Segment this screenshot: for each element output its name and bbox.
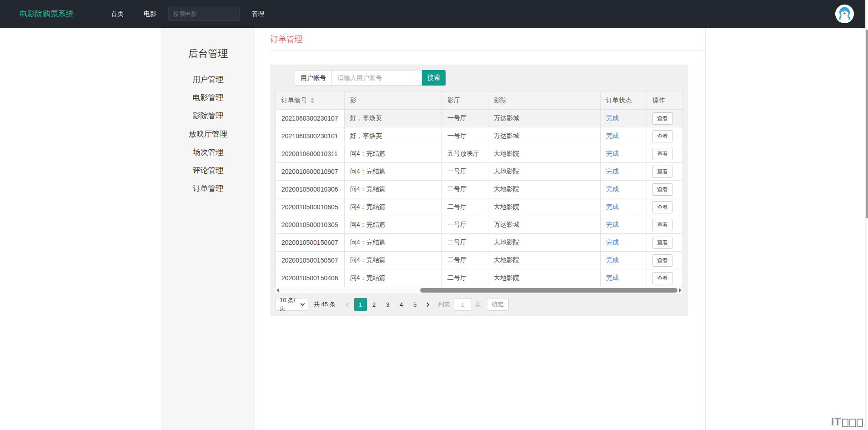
cell-order-id: 2020010500010306 — [276, 181, 345, 198]
cell-movie: 好，李焕英 — [345, 110, 442, 127]
cell-order-id: 2020010500150406 — [276, 269, 345, 287]
cell-cinema: 大地影院 — [488, 181, 601, 198]
account-search-input[interactable] — [332, 70, 422, 86]
table-row: 2020010500010605 问4：完结篇 二号厅 大地影院 完成 查看 — [276, 198, 683, 216]
cell-order-id: 2020010500150507 — [276, 252, 345, 269]
order-search-bar: 用户帐号 搜索 — [276, 70, 682, 86]
view-order-button[interactable]: 查看 — [652, 112, 672, 125]
sidebar-item-sessions[interactable]: 场次管理 — [161, 143, 255, 162]
cell-status: 完成 — [601, 145, 647, 163]
goto-page-input[interactable] — [454, 298, 472, 311]
cell-movie: 问4：完结篇 — [345, 269, 442, 287]
view-order-button[interactable]: 查看 — [652, 237, 672, 249]
search-button[interactable]: 搜索 — [422, 70, 446, 86]
cell-order-id: 2020010500010305 — [276, 216, 345, 234]
table-row: 2020010600010311 问4：完结篇 五号放映厅 大地影院 完成 查看 — [276, 145, 683, 163]
cell-movie: 问4：完结篇 — [345, 181, 442, 198]
avatar-cartoon-icon — [835, 5, 854, 23]
view-order-button[interactable]: 查看 — [652, 130, 672, 142]
cell-movie: 问4：完结篇 — [345, 198, 442, 216]
cell-hall: 二号厅 — [442, 181, 488, 198]
cell-cinema: 万达影城 — [488, 127, 601, 145]
cell-status: 完成 — [601, 216, 647, 234]
vertical-scrollbar-thumb[interactable] — [866, 30, 868, 218]
cell-status: 完成 — [601, 110, 647, 127]
cell-order-id: 2020010600010907 — [276, 163, 345, 181]
cell-status: 完成 — [601, 252, 647, 269]
cell-cinema: 万达影城 — [488, 216, 601, 234]
scroll-right-arrow-icon[interactable] — [679, 288, 682, 293]
sidebar-item-orders[interactable]: 订单管理 — [161, 180, 255, 198]
brand-logo[interactable]: 电影院购票系统 — [20, 9, 74, 19]
cell-hall: 二号厅 — [442, 252, 488, 269]
view-order-button[interactable]: 查看 — [652, 219, 672, 231]
table-row: 2020010500010305 问4：完结篇 一号厅 万达影城 完成 查看 — [276, 216, 683, 234]
page-title: 订单管理 — [270, 34, 705, 45]
cell-order-id: 2020010500010605 — [276, 198, 345, 216]
nav-item-movie[interactable]: 电影 — [144, 10, 156, 18]
page-number-1[interactable]: 1 — [354, 298, 367, 311]
table-row: 2021060300230107 好，李焕英 一号厅 万达影城 完成 查看 — [276, 110, 683, 127]
col-cinema: 影院 — [488, 91, 601, 110]
horizontal-scrollbar-thumb[interactable] — [420, 288, 677, 293]
chevron-left-icon — [346, 302, 351, 307]
page-number-4[interactable]: 4 — [395, 298, 408, 311]
page-number-2[interactable]: 2 — [368, 298, 381, 311]
scroll-left-arrow-icon[interactable] — [276, 288, 279, 293]
sidebar-item-users[interactable]: 用户管理 — [161, 71, 255, 89]
goto-page-unit: 页 — [476, 300, 482, 309]
view-order-button[interactable]: 查看 — [652, 183, 672, 196]
sidebar-item-movies[interactable]: 电影管理 — [161, 89, 255, 107]
view-order-button[interactable]: 查看 — [652, 166, 672, 178]
goto-confirm-button[interactable]: 确定 — [487, 298, 509, 311]
cell-order-id: 2020010500150607 — [276, 234, 345, 252]
cell-hall: 五号放映厅 — [442, 145, 488, 163]
page-number-3[interactable]: 3 — [381, 298, 394, 311]
horizontal-scrollbar[interactable] — [276, 287, 682, 293]
prev-page-button[interactable] — [343, 298, 354, 311]
cell-hall: 二号厅 — [442, 234, 488, 252]
page-number-5[interactable]: 5 — [409, 298, 421, 311]
cell-movie: 问4：完结篇 — [345, 252, 442, 269]
cell-status: 完成 — [601, 163, 647, 181]
col-status: 订单状态 — [601, 91, 647, 110]
cell-cinema: 万达影城 — [488, 110, 601, 127]
cell-movie: 问4：完结篇 — [345, 216, 442, 234]
cell-cinema: 大地影院 — [488, 234, 601, 252]
cell-movie: 好，李焕英 — [345, 127, 442, 145]
cell-status: 完成 — [601, 181, 647, 198]
sidebar-menu: 用户管理 电影管理 影院管理 放映厅管理 场次管理 评论管理 订单管理 — [161, 71, 255, 198]
page-size-select[interactable]: 10 条/页 — [276, 298, 308, 311]
cell-cinema: 大地影院 — [488, 198, 601, 216]
nav-item-manage[interactable]: 管理 — [251, 10, 264, 18]
vertical-scrollbar[interactable] — [865, 0, 868, 430]
pager: 1 2 3 4 5 — [343, 298, 433, 311]
cell-movie: 问4：完结篇 — [345, 145, 442, 163]
nav-item-home[interactable]: 首页 — [111, 10, 124, 18]
col-action: 操作 — [647, 91, 683, 110]
sidebar-item-comments[interactable]: 评论管理 — [161, 162, 255, 180]
view-order-button[interactable]: 查看 — [652, 148, 672, 160]
cell-status: 完成 — [601, 198, 647, 216]
orders-table: 订单编号 影 影厅 影院 订单状态 操作 2021060300230107 好，… — [276, 91, 683, 287]
cell-cinema: 大地影院 — [488, 269, 601, 287]
next-page-button[interactable] — [422, 298, 433, 311]
view-order-button[interactable]: 查看 — [652, 272, 672, 284]
table-row: 2020010500010306 问4：完结篇 二号厅 大地影院 完成 查看 — [276, 181, 683, 198]
cell-cinema: 大地影院 — [488, 163, 601, 181]
user-avatar[interactable] — [835, 5, 854, 23]
view-order-button[interactable]: 查看 — [652, 201, 672, 213]
watermark-text: IT — [831, 417, 841, 427]
tofu-glyph-box — [857, 419, 863, 427]
tofu-glyph-box — [842, 419, 848, 427]
sidebar-item-cinemas[interactable]: 影院管理 — [161, 107, 255, 125]
cell-order-id: 2021060300230101 — [276, 127, 345, 145]
sort-caret-icon[interactable] — [311, 98, 314, 103]
view-order-button[interactable]: 查看 — [652, 254, 672, 267]
movie-search-input[interactable] — [168, 7, 240, 21]
sidebar-item-halls[interactable]: 放映厅管理 — [161, 125, 255, 143]
cell-cinema: 大地影院 — [488, 252, 601, 269]
cell-status: 完成 — [601, 269, 647, 287]
cell-order-id: 2020010600010311 — [276, 145, 345, 163]
cell-hall: 二号厅 — [442, 269, 488, 287]
